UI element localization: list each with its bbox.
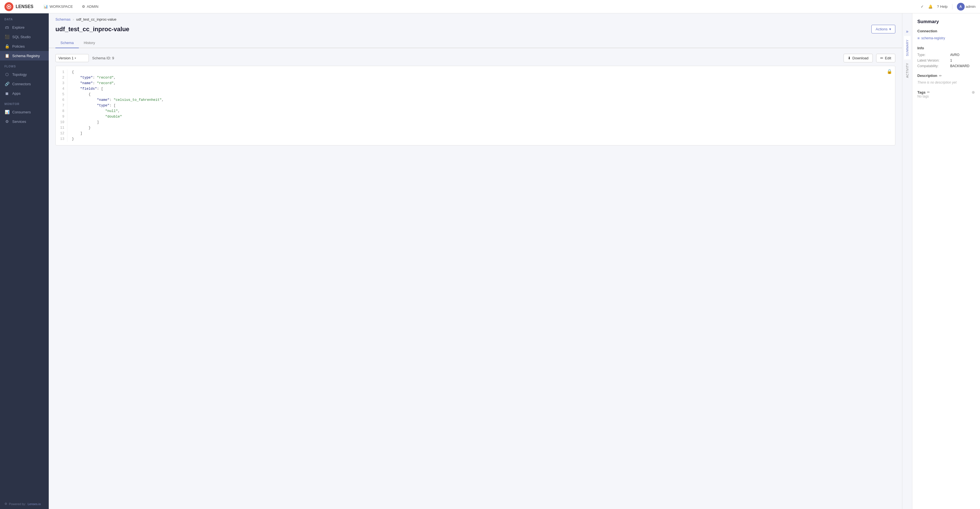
workspace-icon: 📊 bbox=[43, 5, 48, 9]
panel-section-description: Description ✏ There is no description ye… bbox=[917, 73, 975, 85]
tab-history[interactable]: History bbox=[79, 38, 100, 48]
download-button[interactable]: ⬇ Download bbox=[843, 54, 873, 62]
database-icon: ≡ bbox=[917, 36, 920, 40]
connection-section-title: Connection bbox=[917, 29, 975, 33]
apps-icon: ◼ bbox=[5, 91, 10, 96]
sidebar-item-services[interactable]: ⚙ Services bbox=[0, 117, 49, 126]
sidebar-item-topology[interactable]: ⬡ Topology bbox=[0, 70, 49, 79]
nav-bell-icon[interactable]: 🔔 bbox=[928, 5, 933, 9]
panel-section-info: Info Type: AVRO Latest Version: 1 Compat… bbox=[917, 46, 975, 68]
lenses-link[interactable]: Lenses.io bbox=[27, 502, 41, 506]
schema-registry-icon: 📋 bbox=[5, 54, 10, 58]
nav-help[interactable]: ? Help bbox=[937, 5, 948, 9]
sidebar-item-label: Services bbox=[12, 120, 26, 124]
code-content: 1 2 3 4 5 6 7 8 9 10 11 12 13 bbox=[56, 66, 895, 145]
settings-circle-icon[interactable]: ⚙ bbox=[5, 502, 7, 506]
connection-value: schema-registry bbox=[921, 36, 945, 40]
info-row-latest-version: Latest Version: 1 bbox=[917, 59, 975, 62]
right-panel: » SUMMARY ACTIVITY Summary Connection ≡ … bbox=[902, 13, 980, 509]
main-content: Schemas › udf_test_cc_inproc-value udf_t… bbox=[49, 13, 902, 509]
panel-collapse-toggle[interactable] bbox=[907, 16, 907, 27]
sidebar-item-explore[interactable]: 🗃 Explore bbox=[0, 22, 49, 32]
edit-icon: ✏ bbox=[880, 56, 883, 60]
sql-studio-icon: ⬛ bbox=[5, 35, 10, 39]
policies-icon: 🔒 bbox=[5, 44, 10, 48]
description-section-title: Description bbox=[917, 73, 937, 78]
sidebar-item-connectors[interactable]: 🔗 Connectors bbox=[0, 79, 49, 89]
top-navigation: LENSES 📊 WORKSPACE ⚙ ADMIN ✓ 🔔 ? Help A … bbox=[0, 0, 980, 13]
download-icon: ⬇ bbox=[848, 56, 851, 60]
avatar: A bbox=[957, 3, 965, 11]
code-editor: 1 2 3 4 5 6 7 8 9 10 11 12 13 bbox=[56, 66, 895, 145]
add-tag-icon[interactable]: ⊕ bbox=[972, 90, 975, 94]
consumers-icon: 📊 bbox=[5, 110, 10, 114]
nav-check-icon[interactable]: ✓ bbox=[921, 5, 924, 9]
tab-schema[interactable]: Schema bbox=[56, 38, 79, 48]
topology-icon: ⬡ bbox=[5, 72, 10, 77]
version-label: Version 1 bbox=[59, 56, 73, 60]
tabs-bar: Schema History bbox=[49, 38, 902, 48]
sidebar-data-section: DATA bbox=[0, 13, 49, 22]
page-title: udf_test_cc_inproc-value bbox=[56, 26, 129, 33]
compatibility-value: BACKWARD bbox=[950, 64, 969, 68]
panel-tab-summary[interactable]: SUMMARY bbox=[904, 36, 911, 60]
sidebar: DATA 🗃 Explore ⬛ SQL Studio 🔒 Policies 📋… bbox=[0, 13, 49, 509]
logo[interactable]: LENSES bbox=[5, 2, 33, 11]
sidebar-item-label: Connectors bbox=[12, 82, 31, 86]
info-row-compatibility: Compatability: BACKWARD bbox=[917, 64, 975, 68]
no-tags-text: No tags bbox=[917, 94, 975, 98]
panel-expand-icon[interactable]: » bbox=[904, 27, 911, 36]
actions-button[interactable]: Actions ▾ bbox=[872, 25, 895, 34]
sidebar-item-label: Topology bbox=[12, 72, 27, 77]
line-numbers: 1 2 3 4 5 6 7 8 9 10 11 12 13 bbox=[56, 69, 67, 142]
nav-admin[interactable]: ⚙ ADMIN bbox=[78, 3, 102, 10]
actions-label: Actions bbox=[875, 27, 888, 31]
explore-icon: 🗃 bbox=[5, 25, 10, 30]
schema-id: Schema ID: 9 bbox=[92, 56, 840, 60]
breadcrumb-current: udf_test_cc_inproc-value bbox=[76, 17, 117, 21]
sidebar-item-label: Explore bbox=[12, 26, 24, 30]
sidebar-item-consumers[interactable]: 📊 Consumers bbox=[0, 107, 49, 117]
schema-registry-link[interactable]: ≡ schema-registry bbox=[917, 36, 975, 40]
breadcrumb-parent[interactable]: Schemas bbox=[56, 17, 70, 21]
info-section-title: Info bbox=[917, 46, 975, 50]
sidebar-item-label: SQL Studio bbox=[12, 35, 31, 39]
panel-tab-activity[interactable]: ACTIVITY bbox=[904, 60, 911, 81]
sidebar-item-label: Consumers bbox=[12, 110, 31, 114]
description-edit-icon[interactable]: ✏ bbox=[939, 74, 942, 78]
type-value: AVRO bbox=[950, 53, 959, 57]
sidebar-monitor-section: MONITOR bbox=[0, 98, 49, 107]
sidebar-item-schema-registry[interactable]: 📋 Schema Registry bbox=[0, 51, 49, 61]
page-header: udf_test_cc_inproc-value Actions ▾ bbox=[49, 24, 902, 38]
edit-button[interactable]: ✏ Edit bbox=[876, 54, 895, 62]
nav-user[interactable]: A admin bbox=[957, 3, 975, 11]
nav-workspace[interactable]: 📊 WORKSPACE bbox=[40, 3, 76, 10]
logo-icon bbox=[5, 2, 13, 11]
version-select[interactable]: Version 1 ▾ bbox=[56, 54, 89, 62]
code-text: { "type": "record", "name": "record", "f… bbox=[67, 69, 895, 142]
sidebar-item-sql-studio[interactable]: ⬛ SQL Studio bbox=[0, 32, 49, 41]
nav-divider bbox=[952, 4, 953, 10]
nav-links: 📊 WORKSPACE ⚙ ADMIN bbox=[40, 3, 914, 10]
tags-section-title: Tags bbox=[917, 90, 926, 94]
services-icon: ⚙ bbox=[5, 119, 10, 124]
tags-edit-icon[interactable]: ✏ bbox=[927, 90, 930, 94]
panel-tab-strip: » SUMMARY ACTIVITY bbox=[902, 13, 912, 509]
sidebar-item-policies[interactable]: 🔒 Policies bbox=[0, 41, 49, 51]
compatibility-label: Compatability: bbox=[917, 64, 948, 68]
sidebar-item-apps[interactable]: ◼ Apps bbox=[0, 89, 49, 98]
description-value: There is no description yet bbox=[917, 80, 975, 85]
sidebar-item-label: Apps bbox=[12, 91, 21, 96]
actions-chevron-icon: ▾ bbox=[889, 27, 891, 31]
admin-icon: ⚙ bbox=[82, 5, 85, 9]
main-layout: DATA 🗃 Explore ⬛ SQL Studio 🔒 Policies 📋… bbox=[0, 13, 980, 509]
panel-section-tags: Tags ✏ ⊕ No tags bbox=[917, 90, 975, 98]
chevron-down-icon: ▾ bbox=[75, 57, 76, 60]
panel-section-connection: Connection ≡ schema-registry bbox=[917, 29, 975, 40]
panel-title: Summary bbox=[917, 19, 975, 24]
panel-content: Summary Connection ≡ schema-registry Inf… bbox=[912, 13, 980, 509]
sidebar-footer: ⚙ Powered by: Lenses.io bbox=[0, 499, 49, 509]
schema-area: Version 1 ▾ Schema ID: 9 ⬇ Download ✏ Ed… bbox=[49, 48, 902, 509]
nav-right: ✓ 🔔 ? Help A admin bbox=[921, 3, 975, 11]
logo-text: LENSES bbox=[16, 4, 33, 9]
